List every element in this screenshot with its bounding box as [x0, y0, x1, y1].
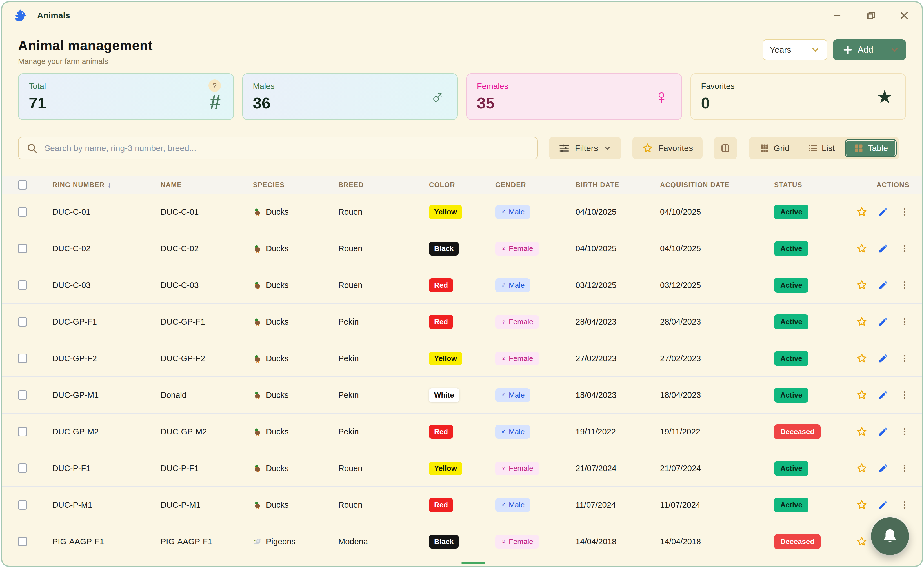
edit-pencil-button[interactable]: [877, 243, 889, 254]
birth-date-cell: 03/12/2025: [575, 281, 660, 290]
edit-pencil-button[interactable]: [877, 316, 889, 328]
favorite-star-button[interactable]: [856, 389, 868, 401]
row-checkbox[interactable]: [18, 317, 27, 326]
edit-pencil-button[interactable]: [877, 206, 889, 218]
column-header-color[interactable]: Color: [429, 181, 495, 189]
birth-date-cell: 04/10/2025: [575, 244, 660, 253]
more-options-kebab-button[interactable]: [898, 426, 910, 438]
edit-pencil-button[interactable]: [877, 499, 889, 511]
stat-label: Males: [253, 82, 447, 91]
view-table-button[interactable]: Table: [845, 139, 897, 157]
breed-cell: Pekin: [338, 354, 429, 363]
species-cell: Ducks: [253, 427, 338, 437]
edit-pencil-button[interactable]: [877, 426, 889, 438]
column-header-ring-number[interactable]: Ring Number↓: [53, 180, 161, 189]
favorite-star-button[interactable]: [856, 279, 868, 291]
gender-label: Female: [509, 354, 533, 363]
gender-symbol-icon: ♂: [501, 501, 506, 509]
breed-cell: Rouen: [338, 281, 429, 290]
gender-symbol-icon: ♀: [501, 538, 506, 545]
star-outline-icon: [642, 143, 653, 154]
restore-button[interactable]: [865, 9, 877, 22]
period-select[interactable]: Years: [762, 39, 827, 60]
favorites-filter-button[interactable]: Favorites: [633, 137, 702, 159]
species-cell: Ducks: [253, 391, 338, 400]
favorite-star-button[interactable]: [856, 206, 868, 218]
edit-pencil-button[interactable]: [877, 279, 889, 291]
status-badge: Active: [774, 314, 808, 329]
edit-pencil-button[interactable]: [877, 389, 889, 401]
view-list-label: List: [822, 144, 835, 153]
column-header-birth-date[interactable]: Birth Date: [575, 181, 660, 189]
breed-cell: Modena: [338, 537, 429, 546]
name-cell: DUC-GP-F1: [161, 317, 253, 326]
row-checkbox[interactable]: [18, 390, 27, 400]
minimize-button[interactable]: [832, 9, 844, 22]
add-dropdown-button[interactable]: [883, 39, 906, 60]
birth-date-cell: 28/04/2023: [575, 317, 660, 326]
row-checkbox[interactable]: [18, 207, 27, 217]
column-header-gender[interactable]: Gender: [495, 181, 575, 189]
edit-pencil-button[interactable]: [877, 462, 889, 474]
sort-descending-icon: ↓: [107, 180, 112, 189]
more-options-kebab-button[interactable]: [898, 462, 910, 474]
favorite-star-button[interactable]: [856, 243, 868, 254]
edit-pencil-button[interactable]: [877, 352, 889, 364]
view-grid-button[interactable]: Grid: [752, 139, 797, 157]
chevron-down-icon: [811, 45, 820, 55]
help-badge[interactable]: ?: [208, 80, 221, 92]
column-header-acquisition-date[interactable]: Acquisition Date: [660, 181, 774, 189]
column-header-name[interactable]: Name: [161, 181, 253, 189]
acquisition-date-cell: 18/04/2023: [660, 391, 774, 400]
color-badge: Red: [429, 498, 453, 512]
favorite-star-button[interactable]: [856, 316, 868, 328]
more-options-kebab-button[interactable]: [898, 316, 910, 328]
column-header-status[interactable]: Status: [774, 181, 850, 189]
hash-icon: #: [210, 92, 221, 112]
status-badge: Active: [774, 461, 808, 476]
more-options-kebab-button[interactable]: [898, 279, 910, 291]
horizontal-scrollbar-thumb[interactable]: [461, 562, 485, 564]
filters-button[interactable]: Filters: [549, 137, 621, 159]
ring-number-cell: DUC-C-01: [53, 207, 161, 217]
gender-label: Female: [509, 317, 533, 326]
row-checkbox[interactable]: [18, 280, 27, 290]
favorite-star-button[interactable]: [856, 499, 868, 511]
more-options-kebab-button[interactable]: [898, 243, 910, 254]
gender-label: Male: [509, 428, 524, 436]
species-label: Ducks: [266, 244, 289, 253]
favorite-star-button[interactable]: [856, 462, 868, 474]
add-button[interactable]: Add: [833, 39, 883, 60]
favorite-star-button[interactable]: [856, 426, 868, 438]
stat-label: Total: [29, 82, 223, 91]
gender-symbol-icon: ♀: [501, 355, 506, 362]
columns-button[interactable]: [714, 137, 737, 159]
row-checkbox[interactable]: [18, 537, 27, 546]
filters-label: Filters: [575, 144, 598, 153]
row-checkbox[interactable]: [18, 464, 27, 473]
search-input[interactable]: [18, 137, 538, 159]
select-all-checkbox[interactable]: [18, 180, 27, 190]
view-list-button[interactable]: List: [800, 139, 843, 157]
more-options-kebab-button[interactable]: [898, 389, 910, 401]
row-checkbox[interactable]: [18, 244, 27, 253]
row-checkbox[interactable]: [18, 353, 27, 363]
status-badge: Active: [774, 278, 808, 293]
column-header-species[interactable]: Species: [253, 181, 338, 189]
favorite-star-button[interactable]: [856, 536, 868, 547]
stat-value: 36: [253, 94, 447, 112]
species-label: Ducks: [266, 427, 289, 437]
notifications-bell-button[interactable]: [871, 517, 909, 555]
stat-label: Females: [477, 82, 671, 91]
favorite-star-button[interactable]: [856, 352, 868, 364]
add-button-group: Add: [833, 39, 906, 60]
more-options-kebab-button[interactable]: [898, 352, 910, 364]
species-cell: Ducks: [253, 354, 338, 363]
duck-icon: [253, 207, 262, 216]
more-options-kebab-button[interactable]: [898, 206, 910, 218]
row-checkbox[interactable]: [18, 427, 27, 437]
more-options-kebab-button[interactable]: [898, 499, 910, 511]
row-checkbox[interactable]: [18, 500, 27, 510]
column-header-breed[interactable]: Breed: [338, 181, 429, 189]
close-button[interactable]: [898, 9, 910, 22]
